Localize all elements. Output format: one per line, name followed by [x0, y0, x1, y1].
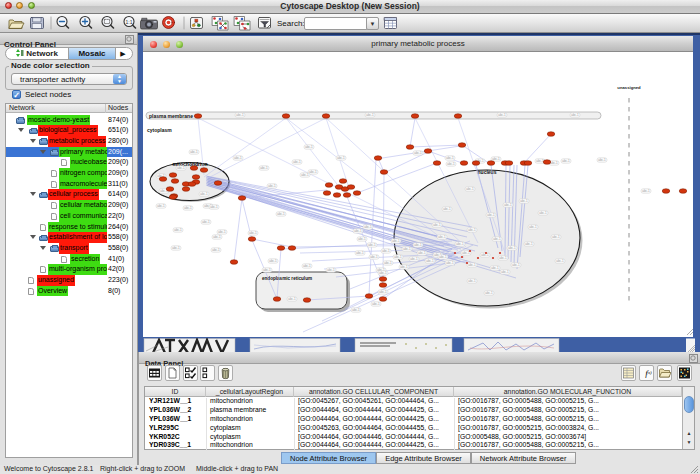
svg-text:abc-1: abc-1 [327, 268, 335, 272]
svg-text:abc-1: abc-1 [269, 259, 277, 263]
svg-text:abc-1: abc-1 [236, 113, 244, 117]
svg-text:abc-1: abc-1 [539, 211, 547, 215]
svg-text:abc-1: abc-1 [368, 243, 376, 247]
svg-text:abc-1: abc-1 [414, 243, 422, 247]
svg-text:plasma membrane: plasma membrane [149, 113, 193, 119]
svg-text:abc-1: abc-1 [234, 156, 242, 160]
svg-text:abc-1: abc-1 [468, 228, 476, 232]
svg-text:abc-1: abc-1 [491, 266, 499, 270]
svg-text:abc-1: abc-1 [172, 246, 180, 250]
svg-text:abc-1: abc-1 [379, 290, 387, 294]
svg-text:abc-1: abc-1 [552, 235, 560, 239]
svg-text:abc-1: abc-1 [384, 261, 392, 265]
svg-text:abc-1: abc-1 [525, 242, 533, 246]
svg-text:abc-1: abc-1 [466, 187, 474, 191]
svg-text:nucleus: nucleus [478, 169, 497, 175]
svg-text:abc-1: abc-1 [392, 239, 400, 243]
svg-text:abc-1: abc-1 [468, 279, 476, 283]
svg-text:abc-1: abc-1 [481, 253, 489, 257]
svg-text:abc-1: abc-1 [492, 157, 500, 161]
svg-text:abc-1: abc-1 [213, 235, 221, 239]
svg-text:abc-1: abc-1 [443, 207, 451, 211]
svg-text:abc-1: abc-1 [642, 189, 650, 193]
svg-text:abc-1: abc-1 [487, 213, 495, 217]
svg-text:abc-1: abc-1 [354, 229, 362, 233]
svg-text:abc-1: abc-1 [493, 237, 501, 241]
svg-text:abc-1: abc-1 [293, 160, 301, 164]
svg-text:abc-1: abc-1 [352, 308, 360, 312]
svg-text:abc-1: abc-1 [433, 223, 441, 227]
svg-text:abc-1: abc-1 [598, 158, 606, 162]
svg-text:(x): (x) [646, 370, 652, 375]
svg-text:abc-1: abc-1 [468, 263, 476, 267]
svg-text:abc-1: abc-1 [556, 259, 564, 263]
svg-text:abc-1: abc-1 [358, 237, 366, 241]
svg-text:abc-1: abc-1 [177, 166, 185, 170]
svg-text:abc-1: abc-1 [309, 170, 317, 174]
svg-text:abc-1: abc-1 [403, 247, 411, 251]
svg-text:abc-1: abc-1 [157, 204, 165, 208]
svg-text:unassigned: unassigned [617, 85, 641, 90]
svg-text:abc-1: abc-1 [379, 271, 387, 275]
svg-text:abc-1: abc-1 [504, 203, 512, 207]
svg-text:abc-1: abc-1 [550, 161, 558, 165]
svg-text:abc-1: abc-1 [446, 156, 454, 160]
svg-text:abc-1: abc-1 [498, 113, 506, 117]
svg-text:abc-1: abc-1 [520, 199, 528, 203]
svg-text:endoplasmic reticulum: endoplasmic reticulum [262, 276, 312, 281]
svg-text:abc-1: abc-1 [414, 151, 422, 155]
svg-text:abc-1: abc-1 [508, 246, 516, 250]
svg-text:abc-1: abc-1 [382, 249, 390, 253]
svg-text:abc-1: abc-1 [218, 230, 226, 234]
svg-text:abc-1: abc-1 [301, 173, 309, 177]
svg-text:abc-1: abc-1 [499, 256, 507, 260]
svg-text:abc-1: abc-1 [536, 159, 544, 163]
svg-text:cytoplasm: cytoplasm [147, 127, 172, 133]
svg-text:abc-1: abc-1 [202, 220, 210, 224]
svg-text:abc-1: abc-1 [263, 268, 271, 272]
svg-text:abc-1: abc-1 [529, 225, 537, 229]
svg-text:abc-1: abc-1 [501, 270, 509, 274]
svg-text:abc-1: abc-1 [456, 242, 464, 246]
svg-text:abc-1: abc-1 [562, 159, 570, 163]
svg-text:abc-1: abc-1 [303, 264, 311, 268]
svg-text:abc-1: abc-1 [372, 302, 380, 306]
svg-text:abc-1: abc-1 [364, 225, 372, 229]
svg-text:abc-1: abc-1 [462, 251, 470, 255]
svg-text:abc-1: abc-1 [210, 205, 218, 209]
svg-text:abc-1: abc-1 [571, 113, 579, 117]
svg-text:abc-1: abc-1 [426, 259, 434, 263]
svg-text:abc-1: abc-1 [260, 166, 268, 170]
svg-text:abc-1: abc-1 [337, 156, 345, 160]
svg-text:abc-1: abc-1 [485, 291, 493, 295]
svg-text:abc-1: abc-1 [366, 113, 374, 117]
svg-text:abc-1: abc-1 [305, 145, 313, 149]
svg-text:abc-1: abc-1 [400, 265, 408, 269]
svg-text:abc-1: abc-1 [249, 231, 257, 235]
svg-text:abc-1: abc-1 [184, 206, 192, 210]
svg-text:abc-1: abc-1 [288, 297, 296, 301]
svg-text:abc-1: abc-1 [418, 251, 426, 255]
svg-text:abc-1: abc-1 [356, 251, 364, 255]
svg-text:abc-1: abc-1 [277, 212, 285, 216]
svg-text:1:1: 1:1 [126, 19, 133, 25]
svg-text:abc-1: abc-1 [512, 263, 520, 267]
svg-text:abc-1: abc-1 [174, 228, 182, 232]
svg-text:abc-1: abc-1 [370, 255, 378, 259]
svg-text:abc-1: abc-1 [212, 248, 220, 252]
svg-text:abc-1: abc-1 [446, 261, 454, 265]
svg-text:abc-1: abc-1 [438, 235, 446, 239]
svg-text:abc-1: abc-1 [200, 192, 208, 196]
svg-text:abc-1: abc-1 [410, 257, 418, 261]
svg-text:abc-1: abc-1 [268, 184, 276, 188]
svg-text:abc-1: abc-1 [447, 162, 455, 166]
svg-text:abc-1: abc-1 [439, 255, 447, 259]
svg-text:abc-1: abc-1 [394, 255, 402, 259]
svg-text:abc-1: abc-1 [190, 150, 198, 154]
